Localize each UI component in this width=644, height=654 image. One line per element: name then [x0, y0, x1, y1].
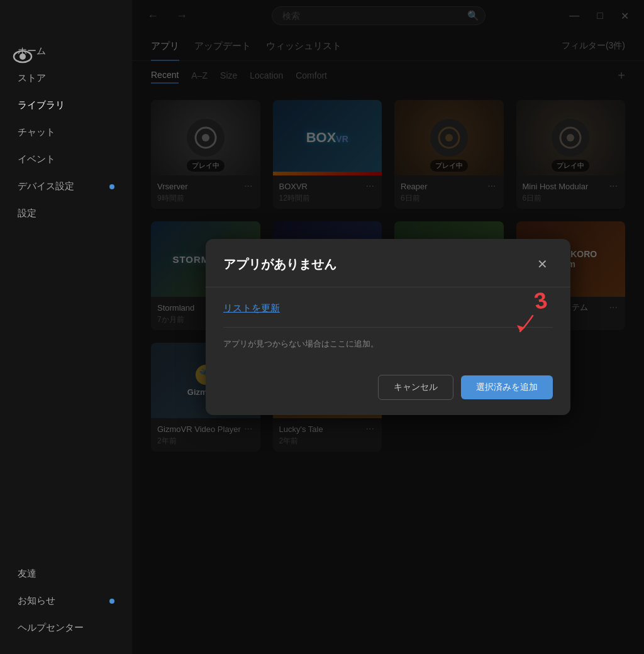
main-content: ← → 🔍 — □ ✕ アプリ アップデート ウィッシュリスト フィルター(3件… — [132, 0, 644, 654]
modal-dialog: アプリがありません ✕ リストを更新 3 — [206, 239, 570, 415]
sidebar-item-library[interactable]: ライブラリ — [0, 92, 132, 119]
svg-point-1 — [19, 53, 26, 60]
sidebar-bottom-nav: 友達 お知らせ ヘルプセンター — [0, 560, 132, 641]
modal-bottom-text: アプリが見つからない場合はここに追加。 — [223, 339, 379, 348]
cancel-button[interactable]: キャンセル — [378, 375, 453, 400]
sidebar-item-settings[interactable]: 設定 — [0, 200, 132, 227]
sidebar-item-device[interactable]: デバイス設定 — [0, 173, 132, 200]
notifications-dot — [109, 599, 114, 604]
device-notification-dot — [109, 184, 114, 189]
modal-header: アプリがありません ✕ — [206, 239, 570, 287]
sidebar-item-store[interactable]: ストア — [0, 65, 132, 92]
modal-title: アプリがありません — [223, 256, 336, 273]
svg-marker-9 — [517, 325, 525, 331]
modal-refresh-link[interactable]: リストを更新 — [223, 302, 280, 314]
modal-refresh-row: リストを更新 — [223, 302, 553, 314]
sidebar-item-events[interactable]: イベント — [0, 146, 132, 173]
modal-body: リストを更新 3 アプリが見つからない場合はここに追加。 — [206, 287, 570, 365]
add-selected-button[interactable]: 選択済みを追加 — [461, 375, 553, 399]
app-logo — [13, 47, 33, 67]
modal-close-button[interactable]: ✕ — [532, 254, 553, 274]
sidebar-item-friends[interactable]: 友達 — [0, 560, 132, 587]
modal-footer: キャンセル 選択済みを追加 — [206, 365, 570, 415]
sidebar-item-notifications[interactable]: お知らせ — [0, 587, 132, 614]
sidebar-item-chat[interactable]: チャット — [0, 119, 132, 146]
sidebar-item-help[interactable]: ヘルプセンター — [0, 614, 132, 641]
modal-overlay: アプリがありません ✕ リストを更新 3 — [132, 0, 644, 654]
sidebar: ホーム ストア ライブラリ チャット イベント デバイス設定 設定 友達 お知ら… — [0, 0, 132, 654]
